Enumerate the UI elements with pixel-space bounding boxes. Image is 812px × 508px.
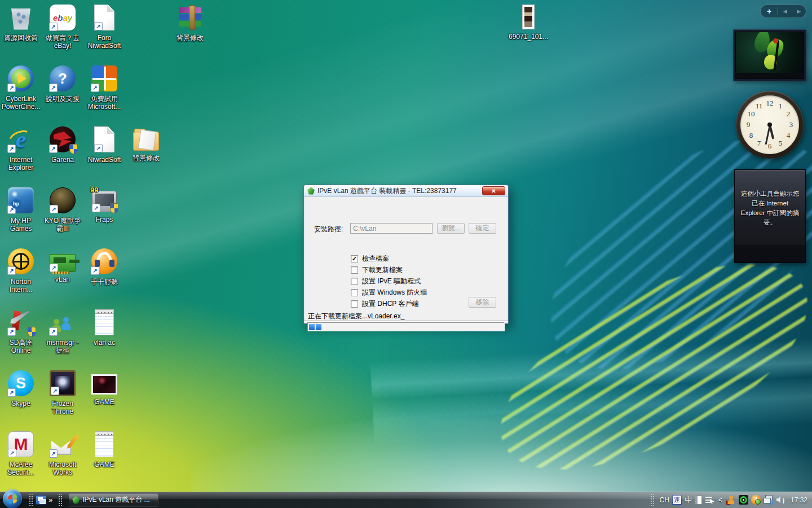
desktop-icon-background-folder[interactable]: 背景修改 [125, 124, 167, 185]
separator-line [304, 321, 508, 322]
checkbox-label: 設置 Windows 防火牆 [362, 288, 427, 297]
close-button[interactable]: ✕ [482, 186, 505, 195]
ime-mode-indicator[interactable]: 中 [685, 495, 692, 505]
ime-menu-icon[interactable] [705, 496, 714, 505]
start-button[interactable] [3, 489, 22, 508]
checkbox-box[interactable] [351, 278, 358, 285]
shortcut-arrow-icon: ↗ [8, 449, 16, 457]
desktop-icon-frozen-throne[interactable]: ↗ Frozen Throne [42, 368, 83, 429]
desktop-icon-ttplayer[interactable]: ↗ 千千靜聽 [83, 246, 125, 307]
desktop-icon-niwradsoft[interactable]: ↗ NiwradSoft [83, 124, 125, 185]
icon-label: Fraps [96, 216, 113, 224]
desktop-icon-cyberlink[interactable]: ↗ CyberLink PowerCine... [0, 63, 42, 124]
desktop-icon-office-trial[interactable]: ↗ 免費試用 Microsoft... [83, 63, 125, 124]
webcam-app-icon[interactable] [739, 495, 748, 505]
desktop-icon-microsoft-works[interactable]: ↗ Microsoft Works [42, 429, 83, 490]
remove-button[interactable]: 移除 [469, 297, 496, 308]
browse-button[interactable]: 瀏覽... [437, 223, 465, 234]
desktop-icon-game-notepad[interactable]: GAME [83, 429, 125, 490]
icon-label: Microsoft Works [49, 461, 77, 476]
messenger-status-icon[interactable] [726, 495, 736, 505]
checkbox-box[interactable] [351, 300, 358, 308]
dialog-title: IPvE vLan 遊戲平台 裝載精靈 - TEL:23873177 [317, 186, 457, 196]
desktop-icon-my-hp-games[interactable]: ↗ My HP Games [0, 185, 42, 246]
install-path-field[interactable]: C:\vLan [350, 223, 433, 234]
icon-label: CyberLink PowerCine... [2, 95, 41, 111]
desktop-icon-vlan[interactable]: ↗ vLan [42, 246, 83, 307]
checkbox-install-driver[interactable]: 設置 IPvE 驅動程式 [351, 275, 427, 287]
toolbar-grip[interactable] [58, 494, 62, 506]
desktop-icon-grid: 資源回收筒 ↗ CyberLink PowerCine... ↗ Interne… [0, 2, 125, 490]
checkbox-box[interactable] [351, 289, 358, 296]
show-desktop-icon[interactable] [36, 495, 46, 505]
icon-label: KYO 魔獸爭 霸III [45, 217, 81, 233]
feed-gadget-message: 這個小工具會顯示您已在 Internet Explorer 中訂閱的摘要。 [739, 189, 801, 227]
update-clock-icon[interactable] [751, 495, 761, 505]
clock-numeral: 8 [749, 131, 753, 140]
checkbox-box[interactable] [351, 266, 358, 274]
mcafee-icon: ↗ [8, 431, 34, 457]
desktop-icon-fraps[interactable]: 99↗ Fraps [83, 185, 125, 246]
checkbox-box[interactable]: ✓ [351, 255, 358, 262]
icon-label: 千千靜聽 [91, 278, 118, 286]
desktop-icon-skype[interactable]: ↗ Skype [0, 368, 42, 429]
shortcut-arrow-icon: ↗ [94, 22, 103, 30]
checkbox-windows-firewall[interactable]: 設置 Windows 防火牆 [351, 287, 427, 298]
volume-icon[interactable] [776, 495, 785, 505]
taskbar-window-button[interactable]: IPvE vLan 遊戲平台 ... [68, 494, 158, 506]
shortcut-arrow-icon: ↗ [49, 449, 58, 458]
taskbar-clock[interactable]: 17:32 [791, 496, 807, 504]
vlan-app-icon [307, 187, 315, 195]
toolbar-grip[interactable] [650, 494, 654, 506]
language-indicator[interactable]: CH [660, 496, 669, 504]
taskbar: » IPvE vLan 遊戲平台 ... CH 速 中 < 17:32 [0, 492, 812, 508]
internet-explorer-icon: ↗ [8, 126, 34, 152]
network-status-icon[interactable] [764, 495, 773, 505]
desktop-icon-game-screenshot[interactable]: GAME [83, 368, 125, 429]
clock-numeral: 11 [756, 102, 763, 111]
desktop-icon-norton[interactable]: ↗ Norton Intern... [0, 246, 42, 307]
clock-gadget[interactable]: 12 1 2 3 4 5 6 7 8 9 10 11 [736, 91, 804, 159]
icon-label: GAME [94, 461, 114, 468]
desktop-icon-help-support[interactable]: ↗ 說明及支援 [42, 63, 83, 124]
desktop-icon-vlan-ac[interactable]: vlan ac [83, 307, 125, 368]
slideshow-gadget[interactable] [734, 30, 806, 81]
checkbox-dhcp-client[interactable]: 設置 DHCP 客戶端 [351, 298, 427, 309]
clock-center-cap [767, 122, 772, 127]
desktop-icon-foro-niwradsoft[interactable]: ↗ Foro NiwradSoft [83, 2, 125, 63]
desktop-icon-garena[interactable]: ↗ Garena [42, 124, 83, 185]
sidebar-controls: + ◀ ▶ [760, 5, 806, 18]
desktop-icon-image-file[interactable]: 69071_101... [508, 2, 549, 63]
checkbox-verify-files[interactable]: ✓ 檢查檔案 [351, 253, 427, 264]
clock-face: 12 1 2 3 4 5 6 7 8 9 10 11 [740, 95, 799, 154]
checkbox-download-update[interactable]: 下載更新檔案 [351, 264, 427, 275]
shortcut-arrow-icon: ↗ [91, 266, 99, 275]
add-gadget-button[interactable]: + [761, 7, 778, 16]
network-card-icon: ↗ [50, 254, 76, 272]
icon-label: Foro NiwradSoft [88, 34, 121, 50]
tray-collapse-chevron[interactable]: < [718, 496, 722, 504]
dialog-body: 安裝路徑: C:\vLan 瀏覽... 確定 ✓ 檢查檔案 下載更新檔案 設置 … [304, 197, 508, 323]
desktop-icon-sd-gundam[interactable]: ↗ SD高達 Online [0, 307, 42, 368]
prev-page-button[interactable]: ◀ [778, 8, 792, 14]
next-page-button[interactable]: ▶ [792, 8, 806, 14]
office-icon: ↗ [91, 65, 117, 91]
quicklaunch-overflow-chevron[interactable]: » [48, 496, 52, 504]
desktop-icon-mcafee[interactable]: ↗ McAfee Securit... [0, 429, 42, 490]
desktop-icon-winrar-archive[interactable]: 背景修改 [169, 2, 211, 63]
toolbar-grip[interactable] [28, 494, 33, 506]
warcraft-orb-icon: ↗ [50, 187, 76, 213]
ok-button[interactable]: 確定 [469, 223, 496, 234]
desktop-icon-ebay[interactable]: ↗ 做買賣？去 eBay! [42, 2, 83, 63]
clock-numeral: 1 [779, 102, 783, 111]
ime-fullwidth-icon[interactable] [695, 496, 702, 505]
desktop-icon-recycle-bin[interactable]: 資源回收筒 [0, 2, 42, 63]
ime-speed-icon[interactable]: 速 [672, 495, 682, 505]
icon-label: vLan [55, 275, 70, 283]
desktop-icon-msn-messenger[interactable]: ↗ msnmsgr - 捷徑 [42, 307, 83, 368]
checkbox-label: 設置 DHCP 客戶端 [362, 299, 418, 309]
desktop-icon-kyo-warcraft[interactable]: ↗ KYO 魔獸爭 霸III [42, 185, 83, 246]
desktop-icon-internet-explorer[interactable]: ↗ Internet Explorer [0, 124, 42, 185]
shortcut-arrow-icon: ↗ [7, 205, 16, 214]
dialog-titlebar[interactable]: IPvE vLan 遊戲平台 裝載精靈 - TEL:23873177 ✕ [304, 185, 508, 197]
